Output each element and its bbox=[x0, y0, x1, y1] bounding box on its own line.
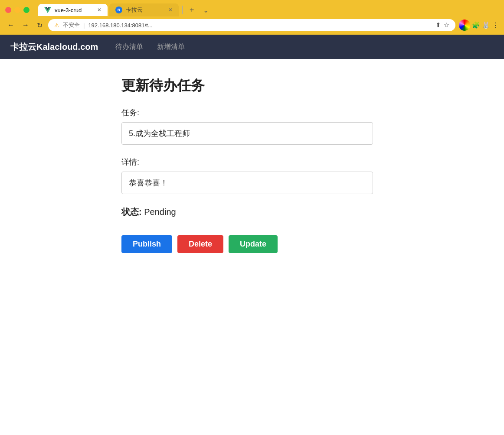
back-button[interactable]: ← bbox=[5, 20, 16, 30]
forward-button[interactable]: → bbox=[20, 20, 31, 30]
bookmark-icon[interactable]: ☆ bbox=[444, 21, 449, 29]
update-button[interactable]: Update bbox=[229, 235, 278, 253]
maximize-button[interactable] bbox=[23, 7, 29, 13]
tab-kalacloud[interactable]: R 卡拉云 ✕ bbox=[109, 3, 179, 16]
task-label: 任务: bbox=[121, 107, 504, 118]
status-label: 状态: bbox=[121, 207, 142, 217]
share-icon[interactable]: ⬆ bbox=[435, 21, 441, 29]
rabbit-icon[interactable]: 🐰 bbox=[482, 21, 490, 29]
address-separator: | bbox=[83, 22, 85, 29]
tab-close-button[interactable]: ✕ bbox=[97, 7, 101, 13]
page-title: 更新待办任务 bbox=[121, 76, 504, 95]
address-icons: ⬆ ☆ bbox=[435, 21, 449, 29]
minimize-button[interactable] bbox=[14, 7, 20, 13]
publish-button[interactable]: Publish bbox=[121, 235, 172, 253]
task-form-group: 任务: bbox=[121, 107, 504, 145]
action-buttons: Publish Delete Update bbox=[121, 235, 504, 253]
tab-dropdown-button[interactable]: ⌄ bbox=[203, 6, 209, 14]
vue-icon bbox=[44, 6, 51, 13]
status-value: Pending bbox=[144, 207, 176, 217]
app-brand: 卡拉云Kalacloud.com bbox=[10, 41, 98, 53]
kalacloud-icon: R bbox=[115, 6, 122, 13]
address-bar: ← → ↻ ⚠ 不安全 | 192.168.180.134:8081/t... … bbox=[0, 16, 504, 35]
window-controls bbox=[5, 7, 29, 13]
tab-separator bbox=[182, 6, 183, 14]
reload-button[interactable]: ↻ bbox=[35, 20, 45, 30]
tab-bar: vue-3-crud ✕ R 卡拉云 ✕ + ⌄ bbox=[0, 0, 504, 16]
address-input-wrap[interactable]: ⚠ 不安全 | 192.168.180.134:8081/t... ⬆ ☆ bbox=[48, 19, 455, 31]
detail-label: 详情: bbox=[121, 157, 504, 167]
r-logo: R bbox=[115, 6, 122, 13]
close-button[interactable] bbox=[5, 7, 11, 13]
app-navbar: 卡拉云Kalacloud.com 待办清单 新增清单 bbox=[0, 35, 504, 59]
tab-label-kalacloud: 卡拉云 bbox=[126, 6, 143, 14]
browser-extensions: 🧩 🐰 ⋮ bbox=[459, 19, 499, 31]
browser-menu-button[interactable]: ⋮ bbox=[492, 21, 499, 29]
address-url: 192.168.180.134:8081/t... bbox=[88, 22, 432, 29]
nav-link-new[interactable]: 新增清单 bbox=[157, 42, 185, 52]
security-warning-icon: ⚠ bbox=[54, 22, 59, 29]
security-label: 不安全 bbox=[63, 21, 80, 29]
main-content: 更新待办任务 任务: 详情: 状态: Pending Publish Delet… bbox=[0, 59, 504, 362]
status-row: 状态: Pending bbox=[121, 206, 504, 218]
detail-form-group: 详情: bbox=[121, 157, 504, 194]
delete-button[interactable]: Delete bbox=[177, 235, 223, 253]
nav-link-todo[interactable]: 待办清单 bbox=[115, 42, 143, 52]
browser-chrome: vue-3-crud ✕ R 卡拉云 ✕ + ⌄ ← → ↻ ⚠ 不安全 | 1… bbox=[0, 0, 504, 35]
new-tab-button[interactable]: + bbox=[186, 4, 198, 16]
tab-close-kalacloud[interactable]: ✕ bbox=[168, 7, 173, 13]
extensions-icon[interactable]: 🧩 bbox=[472, 21, 480, 29]
nav-links: 待办清单 新增清单 bbox=[115, 42, 185, 52]
tab-vue-3-crud[interactable]: vue-3-crud ✕ bbox=[38, 4, 108, 16]
tab-label-vue: vue-3-crud bbox=[55, 7, 82, 13]
task-input[interactable] bbox=[121, 122, 373, 145]
color-ext-icon[interactable] bbox=[459, 19, 470, 31]
detail-input[interactable] bbox=[121, 172, 373, 194]
